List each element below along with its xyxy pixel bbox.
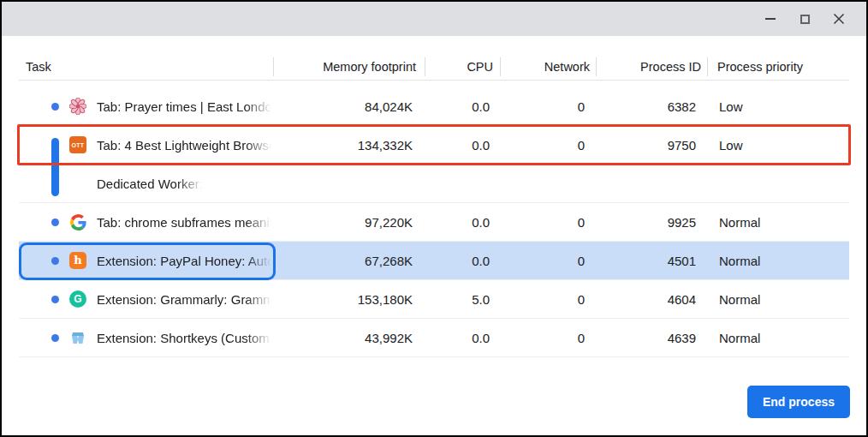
process-priority-value: Normal bbox=[708, 254, 849, 268]
process-id-value: 4501 bbox=[597, 254, 708, 268]
table-row[interactable]: Tab: chrome subframes meaning 97,220K 0.… bbox=[19, 203, 849, 242]
column-header-memory[interactable]: Memory footprint bbox=[274, 57, 425, 76]
process-priority-value: Normal bbox=[708, 292, 849, 307]
process-id-value: 4639 bbox=[597, 331, 708, 345]
cpu-value: 5.0 bbox=[425, 292, 501, 307]
minimize-button[interactable] bbox=[753, 2, 788, 36]
column-header-task[interactable]: Task bbox=[19, 57, 274, 76]
table-row[interactable]: Dedicated Worker: bbox=[19, 165, 849, 203]
task-label: Extension: PayPal Honey: Automatic bbox=[97, 254, 271, 268]
grammarly-icon: G bbox=[69, 290, 86, 308]
task-table-header: Task Memory footprint CPU Network Proces… bbox=[19, 53, 849, 81]
window-titlebar[interactable] bbox=[2, 2, 866, 36]
task-cell: h Extension: PayPal Honey: Automatic bbox=[19, 242, 274, 279]
process-priority-value: Normal bbox=[708, 331, 849, 345]
task-cell: Extension: Shortkeys (Custom Keyb bbox=[19, 319, 274, 356]
close-icon bbox=[833, 13, 845, 25]
network-value: 0 bbox=[501, 99, 597, 114]
cpu-value: 0.0 bbox=[425, 254, 501, 268]
cpu-value: 0.0 bbox=[425, 215, 501, 230]
memory-footprint-value: 153,180K bbox=[274, 292, 425, 307]
status-dot-icon bbox=[51, 103, 59, 111]
task-cell: Tab: chrome subframes meaning bbox=[19, 203, 274, 241]
close-button[interactable] bbox=[822, 2, 856, 36]
network-value: 0 bbox=[501, 331, 597, 345]
memory-footprint-value: 43,992K bbox=[274, 331, 425, 345]
column-header-process-id[interactable]: Process ID bbox=[597, 57, 708, 76]
task-manager-window: Task Memory footprint CPU Network Proces… bbox=[0, 0, 868, 437]
table-row[interactable]: Extension: Shortkeys (Custom Keyb 43,992… bbox=[19, 319, 849, 357]
network-value: 0 bbox=[501, 215, 597, 230]
task-table-body: Tab: Prayer times | East London 84,024K … bbox=[19, 81, 849, 357]
honey-icon: h bbox=[69, 252, 86, 269]
network-value: 0 bbox=[501, 138, 597, 153]
process-id-value: 4604 bbox=[597, 292, 708, 307]
status-dot-icon bbox=[51, 334, 59, 342]
memory-footprint-value: 67,268K bbox=[274, 254, 425, 268]
maximize-icon bbox=[800, 15, 810, 24]
task-cell: G Extension: Grammarly: Grammar bbox=[19, 280, 274, 318]
network-value: 0 bbox=[501, 292, 597, 307]
process-id-value: 6382 bbox=[597, 99, 708, 114]
column-header-process-priority[interactable]: Process priority bbox=[708, 57, 849, 76]
memory-footprint-value: 97,220K bbox=[274, 215, 425, 230]
task-cell: Tab: Prayer times | East London bbox=[19, 87, 274, 125]
task-label: Tab: Prayer times | East London bbox=[97, 99, 271, 114]
process-id-value: 9750 bbox=[597, 138, 708, 153]
process-priority-value: Low bbox=[708, 138, 849, 153]
table-row[interactable]: G Extension: Grammarly: Grammar 153,180K… bbox=[19, 280, 849, 319]
task-label: Tab: chrome subframes meaning bbox=[97, 215, 271, 230]
cpu-value: 0.0 bbox=[425, 138, 501, 153]
flower-icon bbox=[69, 98, 86, 115]
table-row[interactable]: Tab: Prayer times | East London 84,024K … bbox=[19, 87, 849, 126]
memory-footprint-value: 134,332K bbox=[274, 138, 425, 153]
cpu-value: 0.0 bbox=[425, 331, 501, 345]
shortkeys-icon bbox=[69, 329, 86, 346]
google-icon bbox=[69, 213, 86, 230]
process-priority-value: Normal bbox=[708, 215, 849, 230]
table-row[interactable]: OTT Tab: 4 Best Lightweight Browsers 134… bbox=[19, 126, 849, 165]
memory-footprint-value: 84,024K bbox=[274, 99, 425, 114]
status-dot-icon bbox=[51, 218, 59, 226]
end-process-button[interactable]: End process bbox=[747, 386, 850, 418]
task-table: Task Memory footprint CPU Network Proces… bbox=[19, 53, 849, 357]
table-row[interactable]: h Extension: PayPal Honey: Automatic 67,… bbox=[19, 242, 849, 280]
task-label: Extension: Grammarly: Grammar bbox=[97, 292, 271, 307]
column-header-cpu[interactable]: CPU bbox=[425, 57, 501, 76]
task-label: Dedicated Worker: bbox=[97, 177, 203, 191]
process-priority-value: Low bbox=[708, 99, 849, 114]
network-value: 0 bbox=[501, 254, 597, 268]
status-dot-icon bbox=[51, 296, 59, 303]
status-dot-icon bbox=[51, 257, 59, 265]
process-id-value: 9925 bbox=[597, 215, 708, 230]
maximize-button[interactable] bbox=[788, 2, 822, 36]
minimize-icon bbox=[765, 18, 776, 20]
task-label: Extension: Shortkeys (Custom Keyb bbox=[97, 331, 271, 345]
column-header-network[interactable]: Network bbox=[501, 57, 597, 76]
cpu-value: 0.0 bbox=[425, 99, 501, 114]
task-label: Tab: 4 Best Lightweight Browsers bbox=[97, 138, 271, 153]
process-group-indicator-bar bbox=[51, 138, 59, 196]
ott-icon: OTT bbox=[69, 136, 86, 153]
